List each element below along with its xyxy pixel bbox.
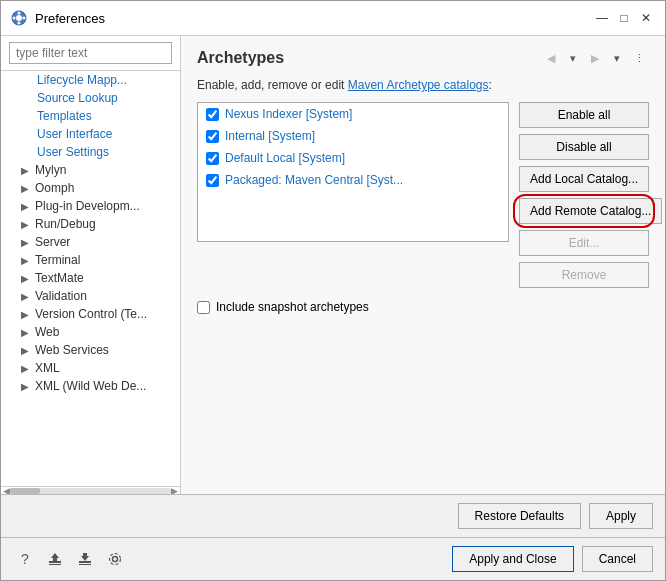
search-input[interactable] [9,42,172,64]
default-local-checkbox[interactable] [206,152,219,165]
apply-and-close-button[interactable]: Apply and Close [452,546,573,572]
catalog-item-internal[interactable]: Internal [System] [198,125,508,147]
help-button[interactable]: ? [13,547,37,571]
item-label: Plug-in Developm... [35,199,140,213]
expand-icon: ▶ [21,273,31,284]
export-button[interactable] [43,547,67,571]
item-label: XML (Wild Web De... [35,379,146,393]
dialog-title: Preferences [35,11,585,26]
item-label: Source Lookup [37,91,118,105]
internal-label: Internal [System] [225,129,315,143]
item-label: Templates [37,109,92,123]
sidebar-item-lifecycle-mapping[interactable]: Lifecycle Mapp... [1,71,180,89]
window-controls: — □ ✕ [593,9,655,27]
preferences-icon [11,10,27,26]
internal-checkbox[interactable] [206,130,219,143]
nav-dropdown-button-2[interactable]: ▾ [607,48,627,68]
nexus-label: Nexus Indexer [System] [225,107,352,121]
snapshot-checkbox[interactable] [197,301,210,314]
svg-point-13 [110,554,121,565]
nexus-checkbox[interactable] [206,108,219,121]
import-button[interactable] [73,547,97,571]
catalogs-container: Nexus Indexer [System] Internal [System]… [197,102,649,288]
packaged-maven-checkbox[interactable] [206,174,219,187]
menu-button[interactable]: ⋮ [629,48,649,68]
expand-icon: ▶ [21,219,31,230]
sidebar: Lifecycle Mapp... Source Lookup Template… [1,36,181,494]
maximize-button[interactable]: □ [615,9,633,27]
edit-button[interactable]: Edit... [519,230,649,256]
close-button[interactable]: ✕ [637,9,655,27]
expand-icon: ▶ [21,237,31,248]
sidebar-item-templates[interactable]: Templates [1,107,180,125]
apply-button[interactable]: Apply [589,503,653,529]
snapshot-row: Include snapshot archetypes [197,300,649,314]
export-icon [47,551,63,567]
sidebar-item-source-lookup[interactable]: Source Lookup [1,89,180,107]
forward-button[interactable]: ▶ [585,48,605,68]
footer-right: Apply and Close Cancel [452,546,653,572]
sidebar-item-mylyn[interactable]: ▶ Mylyn [1,161,180,179]
item-label: Terminal [35,253,80,267]
sidebar-item-server[interactable]: ▶ Server [1,233,180,251]
restore-defaults-button[interactable]: Restore Defaults [458,503,581,529]
enable-all-button[interactable]: Enable all [519,102,649,128]
scroll-track [10,488,171,494]
sidebar-item-xml-wild-web[interactable]: ▶ XML (Wild Web De... [1,377,180,395]
sidebar-item-web-services[interactable]: ▶ Web Services [1,341,180,359]
sidebar-item-run-debug[interactable]: ▶ Run/Debug [1,215,180,233]
navigation-buttons: ◀ ▾ ▶ ▾ ⋮ [541,48,649,68]
expand-icon: ▶ [21,183,31,194]
item-label: Oomph [35,181,74,195]
disable-all-button[interactable]: Disable all [519,134,649,160]
sidebar-item-version-control[interactable]: ▶ Version Control (Te... [1,305,180,323]
sidebar-item-xml[interactable]: ▶ XML [1,359,180,377]
svg-point-5 [23,17,26,20]
expand-icon: ▶ [21,327,31,338]
sidebar-item-user-interface[interactable]: User Interface [1,125,180,143]
expand-icon: ▶ [21,309,31,320]
svg-rect-10 [79,564,91,565]
settings-button[interactable] [103,547,127,571]
footer-bar: ? [1,537,665,580]
sidebar-item-oomph[interactable]: ▶ Oomph [1,179,180,197]
svg-rect-9 [79,561,91,563]
nav-dropdown-button[interactable]: ▾ [563,48,583,68]
svg-point-2 [18,12,21,15]
sidebar-item-user-settings[interactable]: User Settings [1,143,180,161]
svg-point-1 [16,15,22,21]
catalog-item-nexus[interactable]: Nexus Indexer [System] [198,103,508,125]
scroll-right-arrow[interactable]: ▶ [171,486,178,495]
bottom-bar: Restore Defaults Apply [1,494,665,537]
catalog-item-packaged-maven[interactable]: Packaged: Maven Central [Syst... [198,169,508,191]
page-title: Archetypes [197,49,284,67]
sidebar-item-validation[interactable]: ▶ Validation [1,287,180,305]
expand-icon: ▶ [21,165,31,176]
maven-archetype-link[interactable]: Maven Archetype catalogs [348,78,489,92]
back-button[interactable]: ◀ [541,48,561,68]
title-bar: Preferences — □ ✕ [1,1,665,36]
action-buttons-column: Enable all Disable all Add Local Catalog… [519,102,649,288]
scroll-left-arrow[interactable]: ◀ [3,486,10,495]
horizontal-scrollbar[interactable]: ◀ ▶ [1,486,180,494]
minimize-button[interactable]: — [593,9,611,27]
content-area: Archetypes ◀ ▾ ▶ ▾ ⋮ Enable, add, remove… [181,36,665,494]
remove-button[interactable]: Remove [519,262,649,288]
settings-icon [107,551,123,567]
sidebar-item-terminal[interactable]: ▶ Terminal [1,251,180,269]
tree-area: Lifecycle Mapp... Source Lookup Template… [1,71,180,486]
item-label: XML [35,361,60,375]
expand-icon: ▶ [21,363,31,374]
add-remote-catalog-button[interactable]: Add Remote Catalog... [519,198,662,224]
sidebar-item-textmate[interactable]: ▶ TextMate [1,269,180,287]
main-content: Lifecycle Mapp... Source Lookup Template… [1,36,665,494]
description-post: : [489,78,492,92]
cancel-button[interactable]: Cancel [582,546,653,572]
sidebar-item-web[interactable]: ▶ Web [1,323,180,341]
content-header: Archetypes ◀ ▾ ▶ ▾ ⋮ [197,48,649,68]
catalog-item-default-local[interactable]: Default Local [System] [198,147,508,169]
sidebar-item-plug-in-development[interactable]: ▶ Plug-in Developm... [1,197,180,215]
scroll-thumb [10,488,40,494]
add-local-catalog-button[interactable]: Add Local Catalog... [519,166,649,192]
svg-marker-11 [81,553,89,561]
